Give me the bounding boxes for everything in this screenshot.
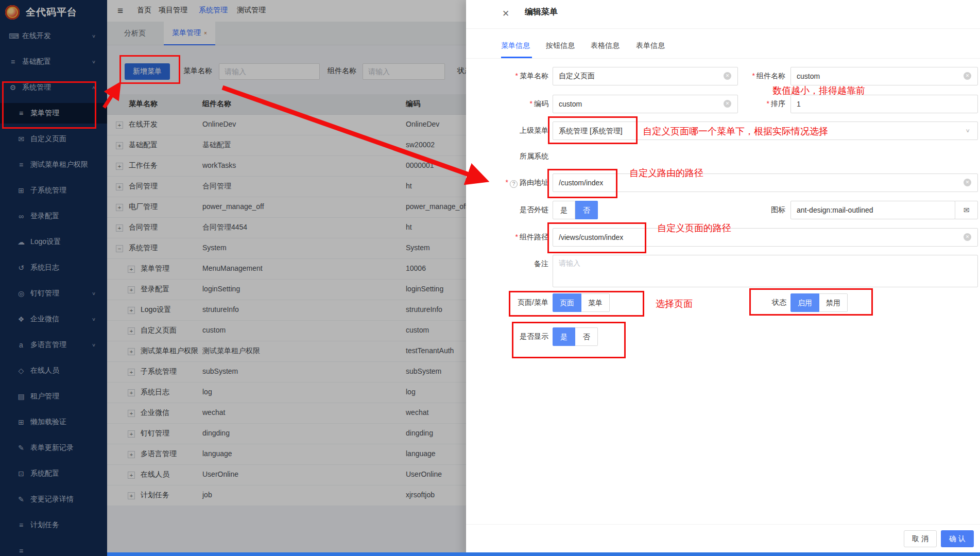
component-name-label: *组件名称 (703, 72, 785, 81)
show-yes-button[interactable]: 是 (553, 327, 575, 346)
component-path-label: *组件路径 (466, 233, 548, 242)
close-icon[interactable]: ✕ (502, 8, 509, 19)
clear-icon[interactable]: ✕ (964, 72, 971, 80)
drawer-tab-菜单信息[interactable]: 菜单信息 (501, 41, 530, 57)
external-link-toggle: 是 否 (553, 201, 598, 219)
drawer-footer-divider (466, 524, 980, 525)
show-label: 是否显示 (466, 332, 548, 341)
chevron-down-icon: ∨ (965, 124, 970, 137)
clear-icon[interactable]: ✕ (964, 233, 971, 241)
page-button[interactable]: 页面 (553, 293, 581, 312)
icon-label: 图标 (703, 205, 785, 215)
route-address-input[interactable] (553, 173, 978, 192)
drawer-tab-表格信息[interactable]: 表格信息 (591, 41, 620, 57)
menu-button[interactable]: 菜单 (581, 293, 610, 312)
status-toggle: 启用 禁用 (790, 293, 848, 312)
drawer-header-divider (466, 28, 980, 29)
app-root: 全代码平台 ⌨在线开发∨≡基础配置∨⚙系统管理∧≡菜单管理✉自定义页面≡测试菜单… (0, 0, 980, 556)
component-name-input[interactable] (790, 67, 978, 85)
status-label: 状态 (704, 298, 786, 307)
help-icon: ? (510, 180, 518, 188)
drawer-title: 编辑菜单 (525, 7, 558, 18)
mail-icon[interactable]: ✉ (955, 201, 978, 219)
page-menu-toggle: 页面 菜单 (553, 293, 610, 312)
route-address-label: *?路由地址 (466, 178, 548, 188)
drawer-tabs-divider (466, 58, 980, 59)
sort-label: *排序 (703, 99, 785, 109)
drawer-tab-按钮信息[interactable]: 按钮信息 (546, 41, 575, 57)
cancel-button[interactable]: 取 消 (904, 530, 937, 547)
bottom-edge-strip (107, 552, 980, 556)
edit-menu-drawer: ✕ 编辑菜单 菜单信息按钮信息表格信息表单信息 *菜单名称 ✕ *组件名称 ✕ … (466, 0, 980, 556)
parent-menu-label: 上级菜单 (466, 126, 548, 135)
icon-input[interactable] (790, 201, 955, 219)
disable-button[interactable]: 禁用 (819, 293, 848, 312)
code-label: *编码 (466, 99, 548, 109)
active-tab-ink-bar (501, 57, 532, 58)
owning-system-label: 所属系统 (466, 152, 548, 161)
remark-label: 备注 (466, 259, 548, 269)
show-toggle: 是 否 (553, 327, 598, 346)
component-path-input[interactable] (553, 228, 978, 247)
show-no-button[interactable]: 否 (575, 327, 598, 346)
sort-input[interactable] (790, 95, 978, 113)
menu-name-label: *菜单名称 (466, 72, 548, 81)
external-yes-button[interactable]: 是 (553, 201, 575, 219)
drawer-tab-表单信息[interactable]: 表单信息 (636, 41, 665, 57)
confirm-button[interactable]: 确 认 (941, 530, 974, 547)
enable-button[interactable]: 启用 (790, 293, 819, 312)
clear-icon[interactable]: ✕ (964, 179, 971, 186)
external-no-button[interactable]: 否 (575, 201, 598, 219)
remark-textarea[interactable] (553, 255, 978, 287)
parent-menu-select[interactable]: 系统管理 [系统管理] ∨ (553, 121, 978, 140)
page-menu-label: 页面/菜单 (466, 298, 548, 307)
external-link-label: 是否外链 (466, 205, 548, 215)
